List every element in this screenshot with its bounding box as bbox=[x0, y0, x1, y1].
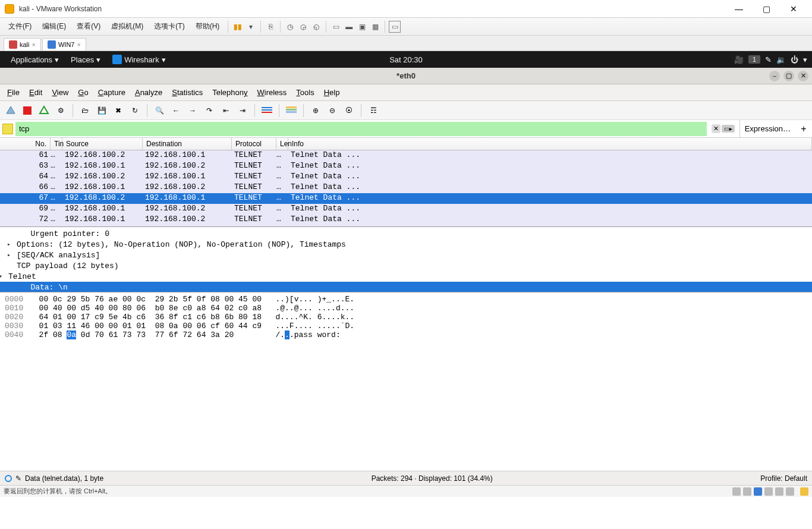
menu-go[interactable]: Go bbox=[73, 86, 93, 99]
vmware-menu-file[interactable]: 文件(F) bbox=[4, 19, 36, 34]
go-first-icon[interactable]: ⇤ bbox=[219, 103, 233, 118]
menu-capture[interactable]: Capture bbox=[93, 86, 130, 99]
clock[interactable]: Sat 20:30 bbox=[389, 55, 423, 64]
packet-details-pane[interactable]: Urgent pointer: 0Options: (12 bytes), No… bbox=[0, 227, 812, 292]
tab-close-icon[interactable]: × bbox=[32, 41, 36, 48]
vmware-menu-help[interactable]: 帮助(H) bbox=[191, 19, 225, 34]
open-file-icon[interactable]: 🗁 bbox=[78, 103, 92, 118]
vm-pause-icon[interactable]: ▮▮ bbox=[232, 21, 244, 33]
colorize-icon[interactable] bbox=[284, 103, 298, 118]
sound-icon[interactable]: 🔉 bbox=[776, 55, 786, 64]
detail-row[interactable]: Options: (12 bytes), No-Operation (NOP),… bbox=[0, 239, 812, 250]
vm-tab-kali[interactable]: kali × bbox=[4, 38, 41, 51]
vmware-menu-tabs[interactable]: 选项卡(T) bbox=[149, 19, 189, 34]
hex-row[interactable]: 0030 01 03 11 46 00 00 01 01 08 0a 00 06… bbox=[5, 322, 807, 330]
win-close-button[interactable]: ✕ bbox=[798, 71, 808, 81]
menu-file[interactable]: File bbox=[2, 86, 24, 99]
resize-columns-icon[interactable]: ☶ bbox=[366, 103, 380, 118]
packet-row[interactable]: 69…192.168.100.1192.168.100.2TELNET…Teln… bbox=[0, 204, 812, 215]
col-header-info[interactable]: Info bbox=[288, 138, 812, 150]
send-cad-icon[interactable]: ⎘ bbox=[265, 21, 276, 33]
go-back-icon[interactable]: ← bbox=[169, 103, 183, 118]
col-header-time[interactable]: Tin bbox=[51, 138, 62, 150]
hex-row[interactable]: 0010 00 40 00 d5 40 00 80 06 b0 8e c0 a8… bbox=[5, 304, 807, 313]
vm-tab-win7[interactable]: WIN7 × bbox=[42, 38, 86, 51]
menu-wireless[interactable]: Wireless bbox=[253, 86, 292, 99]
video-icon[interactable]: 🎥 bbox=[734, 55, 744, 64]
detail-row[interactable]: TCP payload (12 bytes) bbox=[0, 260, 812, 271]
view-unity-icon[interactable]: ▦ bbox=[369, 21, 381, 33]
menu-tools[interactable]: Tools bbox=[291, 86, 319, 99]
capture-options-icon[interactable]: ⚙ bbox=[53, 103, 68, 118]
clear-filter-icon[interactable]: ✕ bbox=[712, 124, 720, 133]
accessibility-icon[interactable]: ✎ bbox=[765, 55, 772, 64]
go-last-icon[interactable]: ⇥ bbox=[235, 103, 250, 118]
status-profile[interactable]: Profile: Default bbox=[760, 474, 807, 483]
hex-row[interactable]: 0020 64 01 00 17 c9 5e 4b c6 36 8f c1 c6… bbox=[5, 313, 807, 322]
close-button[interactable]: ✕ bbox=[780, 0, 807, 18]
col-header-destination[interactable]: Destination bbox=[143, 138, 232, 150]
device-hdd-icon[interactable] bbox=[732, 487, 741, 496]
col-header-length[interactable]: Len bbox=[276, 138, 288, 150]
menu-help[interactable]: Help bbox=[319, 86, 345, 99]
menu-edit[interactable]: Edit bbox=[24, 86, 47, 99]
packet-row[interactable]: 67…192.168.100.2192.168.100.1TELNET…Teln… bbox=[0, 193, 812, 204]
power-icon[interactable]: ⏻ bbox=[791, 55, 798, 64]
applications-menu[interactable]: Applications ▾ bbox=[5, 55, 65, 64]
find-packet-icon[interactable]: 🔍 bbox=[152, 103, 166, 118]
zoom-out-icon[interactable]: ⊖ bbox=[325, 103, 339, 118]
display-filter-input[interactable] bbox=[15, 122, 707, 136]
menu-view[interactable]: View bbox=[47, 86, 73, 99]
zoom-reset-icon[interactable]: ⦿ bbox=[342, 103, 356, 118]
hex-row[interactable]: 0040 2f 08 0a 0d 70 61 73 73 77 6f 72 64… bbox=[5, 330, 807, 339]
capture-stop-icon[interactable] bbox=[20, 103, 34, 118]
device-printer-icon[interactable] bbox=[786, 487, 794, 496]
zoom-in-icon[interactable]: ⊕ bbox=[309, 103, 323, 118]
active-app[interactable]: Wireshark ▾ bbox=[106, 55, 172, 64]
packet-row[interactable]: 66…192.168.100.1192.168.100.2TELNET…Teln… bbox=[0, 182, 812, 193]
col-header-source[interactable]: Source bbox=[62, 138, 143, 150]
packet-row[interactable]: 72…192.168.100.1192.168.100.2TELNET…Teln… bbox=[0, 215, 812, 225]
vmware-menu-view[interactable]: 查看(V) bbox=[72, 19, 105, 34]
places-menu[interactable]: Places ▾ bbox=[65, 55, 106, 64]
vm-dropdown-icon[interactable]: ▾ bbox=[245, 21, 257, 33]
view-console-icon[interactable]: ▭ bbox=[330, 21, 342, 33]
vmware-menu-vm[interactable]: 虚拟机(M) bbox=[106, 19, 148, 34]
detail-row[interactable]: Urgent pointer: 0 bbox=[0, 228, 812, 239]
view-multi-icon[interactable]: ▣ bbox=[356, 21, 368, 33]
device-cd-icon[interactable] bbox=[743, 487, 751, 496]
capture-start-icon[interactable] bbox=[4, 103, 18, 118]
menu-telephony[interactable]: Telephony bbox=[207, 86, 252, 99]
view-stretch-icon[interactable]: ▬ bbox=[343, 21, 355, 33]
snapshot-manage-icon[interactable]: ◶ bbox=[297, 21, 309, 33]
go-to-packet-icon[interactable]: ↷ bbox=[202, 103, 216, 118]
device-usb-icon[interactable] bbox=[764, 487, 773, 496]
packet-list-body[interactable]: 61…192.168.100.2192.168.100.1TELNET…Teln… bbox=[0, 150, 812, 226]
capture-restart-icon[interactable] bbox=[37, 103, 51, 118]
packet-bytes-pane[interactable]: 0000 00 0c 29 5b 76 ae 00 0c 29 2b 5f 0f… bbox=[0, 292, 812, 471]
fullscreen-icon[interactable]: ▭ bbox=[389, 21, 401, 33]
detail-row[interactable]: Data: \n bbox=[0, 282, 812, 292]
menu-statistics[interactable]: Statistics bbox=[167, 86, 207, 99]
col-header-protocol[interactable]: Protocol bbox=[232, 138, 276, 150]
workspace-indicator[interactable]: 1 bbox=[748, 55, 760, 64]
tab-close-icon[interactable]: × bbox=[77, 41, 80, 48]
add-filter-button[interactable]: + bbox=[798, 124, 810, 134]
snapshot-revert-icon[interactable]: ◵ bbox=[310, 21, 322, 33]
device-sound-icon[interactable] bbox=[775, 487, 783, 496]
win-minimize-button[interactable]: – bbox=[769, 71, 780, 81]
autoscroll-icon[interactable] bbox=[260, 103, 274, 118]
menu-analyze[interactable]: Analyze bbox=[130, 86, 167, 99]
device-net-icon[interactable] bbox=[754, 487, 762, 496]
detail-row[interactable]: Telnet bbox=[0, 271, 812, 282]
detail-row[interactable]: [SEQ/ACK analysis] bbox=[0, 250, 812, 260]
go-forward-icon[interactable]: → bbox=[185, 103, 200, 118]
expert-info-icon[interactable] bbox=[5, 475, 12, 482]
packet-row[interactable]: 64…192.168.100.2192.168.100.1TELNET…Teln… bbox=[0, 172, 812, 182]
maximize-button[interactable]: ▢ bbox=[753, 0, 780, 18]
filter-bookmark-icon[interactable] bbox=[2, 124, 13, 134]
col-header-no[interactable]: No. bbox=[0, 138, 51, 150]
message-log-icon[interactable] bbox=[800, 487, 808, 496]
packet-row[interactable]: 74…192.168.100.1192.168.100.2TELNET…Teln… bbox=[0, 225, 812, 226]
expression-button[interactable]: Expression… bbox=[739, 120, 795, 137]
